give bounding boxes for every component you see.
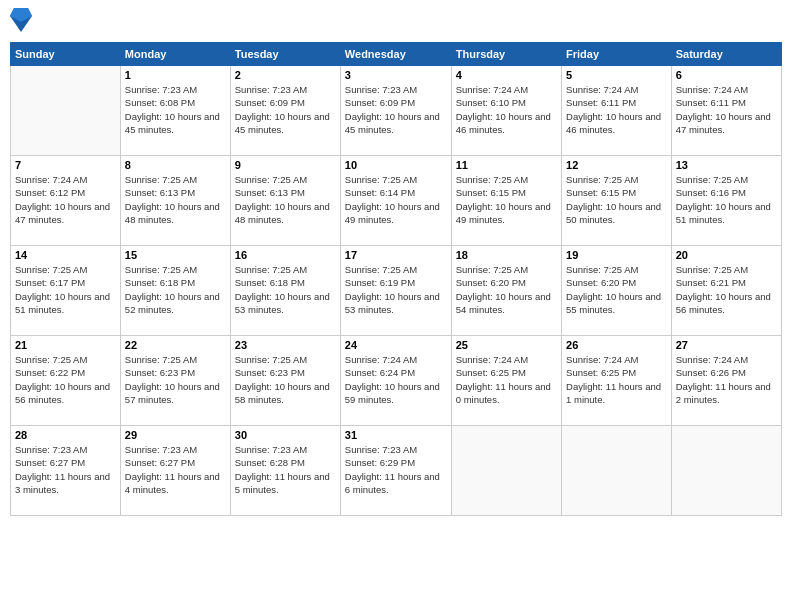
day-cell [671, 426, 781, 516]
day-info: Sunrise: 7:25 AMSunset: 6:23 PMDaylight:… [125, 353, 226, 406]
day-cell: 7Sunrise: 7:24 AMSunset: 6:12 PMDaylight… [11, 156, 121, 246]
day-cell: 20Sunrise: 7:25 AMSunset: 6:21 PMDayligh… [671, 246, 781, 336]
day-info: Sunrise: 7:24 AMSunset: 6:11 PMDaylight:… [566, 83, 667, 136]
logo [10, 10, 34, 34]
day-cell: 11Sunrise: 7:25 AMSunset: 6:15 PMDayligh… [451, 156, 561, 246]
day-number: 29 [125, 429, 226, 441]
day-info: Sunrise: 7:25 AMSunset: 6:20 PMDaylight:… [456, 263, 557, 316]
day-number: 10 [345, 159, 447, 171]
day-cell: 21Sunrise: 7:25 AMSunset: 6:22 PMDayligh… [11, 336, 121, 426]
day-number: 20 [676, 249, 777, 261]
col-header-monday: Monday [120, 43, 230, 66]
day-number: 4 [456, 69, 557, 81]
day-cell: 28Sunrise: 7:23 AMSunset: 6:27 PMDayligh… [11, 426, 121, 516]
day-cell: 19Sunrise: 7:25 AMSunset: 6:20 PMDayligh… [562, 246, 672, 336]
day-number: 12 [566, 159, 667, 171]
day-info: Sunrise: 7:25 AMSunset: 6:18 PMDaylight:… [235, 263, 336, 316]
day-cell: 15Sunrise: 7:25 AMSunset: 6:18 PMDayligh… [120, 246, 230, 336]
day-number: 18 [456, 249, 557, 261]
day-cell: 29Sunrise: 7:23 AMSunset: 6:27 PMDayligh… [120, 426, 230, 516]
day-cell: 25Sunrise: 7:24 AMSunset: 6:25 PMDayligh… [451, 336, 561, 426]
day-info: Sunrise: 7:25 AMSunset: 6:17 PMDaylight:… [15, 263, 116, 316]
day-info: Sunrise: 7:25 AMSunset: 6:14 PMDaylight:… [345, 173, 447, 226]
day-cell: 31Sunrise: 7:23 AMSunset: 6:29 PMDayligh… [340, 426, 451, 516]
day-number: 22 [125, 339, 226, 351]
page-container: SundayMondayTuesdayWednesdayThursdayFrid… [0, 0, 792, 612]
day-cell [11, 66, 121, 156]
day-cell: 30Sunrise: 7:23 AMSunset: 6:28 PMDayligh… [230, 426, 340, 516]
day-cell: 22Sunrise: 7:25 AMSunset: 6:23 PMDayligh… [120, 336, 230, 426]
day-info: Sunrise: 7:24 AMSunset: 6:12 PMDaylight:… [15, 173, 116, 226]
week-row-1: 1Sunrise: 7:23 AMSunset: 6:08 PMDaylight… [11, 66, 782, 156]
calendar-table: SundayMondayTuesdayWednesdayThursdayFrid… [10, 42, 782, 516]
day-number: 16 [235, 249, 336, 261]
col-header-saturday: Saturday [671, 43, 781, 66]
day-cell: 1Sunrise: 7:23 AMSunset: 6:08 PMDaylight… [120, 66, 230, 156]
day-number: 23 [235, 339, 336, 351]
day-number: 11 [456, 159, 557, 171]
day-cell: 10Sunrise: 7:25 AMSunset: 6:14 PMDayligh… [340, 156, 451, 246]
day-cell: 6Sunrise: 7:24 AMSunset: 6:11 PMDaylight… [671, 66, 781, 156]
day-cell: 18Sunrise: 7:25 AMSunset: 6:20 PMDayligh… [451, 246, 561, 336]
week-row-3: 14Sunrise: 7:25 AMSunset: 6:17 PMDayligh… [11, 246, 782, 336]
col-header-wednesday: Wednesday [340, 43, 451, 66]
day-number: 8 [125, 159, 226, 171]
day-info: Sunrise: 7:23 AMSunset: 6:09 PMDaylight:… [345, 83, 447, 136]
day-info: Sunrise: 7:23 AMSunset: 6:27 PMDaylight:… [125, 443, 226, 496]
col-header-sunday: Sunday [11, 43, 121, 66]
day-info: Sunrise: 7:24 AMSunset: 6:26 PMDaylight:… [676, 353, 777, 406]
week-row-4: 21Sunrise: 7:25 AMSunset: 6:22 PMDayligh… [11, 336, 782, 426]
day-cell: 5Sunrise: 7:24 AMSunset: 6:11 PMDaylight… [562, 66, 672, 156]
day-info: Sunrise: 7:25 AMSunset: 6:21 PMDaylight:… [676, 263, 777, 316]
day-info: Sunrise: 7:24 AMSunset: 6:25 PMDaylight:… [566, 353, 667, 406]
day-info: Sunrise: 7:25 AMSunset: 6:13 PMDaylight:… [235, 173, 336, 226]
logo-icon [10, 6, 32, 34]
day-cell: 17Sunrise: 7:25 AMSunset: 6:19 PMDayligh… [340, 246, 451, 336]
day-number: 3 [345, 69, 447, 81]
day-number: 27 [676, 339, 777, 351]
day-info: Sunrise: 7:24 AMSunset: 6:25 PMDaylight:… [456, 353, 557, 406]
col-header-friday: Friday [562, 43, 672, 66]
day-cell: 12Sunrise: 7:25 AMSunset: 6:15 PMDayligh… [562, 156, 672, 246]
day-info: Sunrise: 7:25 AMSunset: 6:23 PMDaylight:… [235, 353, 336, 406]
day-number: 7 [15, 159, 116, 171]
day-number: 9 [235, 159, 336, 171]
day-info: Sunrise: 7:25 AMSunset: 6:13 PMDaylight:… [125, 173, 226, 226]
day-info: Sunrise: 7:23 AMSunset: 6:09 PMDaylight:… [235, 83, 336, 136]
day-cell: 26Sunrise: 7:24 AMSunset: 6:25 PMDayligh… [562, 336, 672, 426]
day-cell: 24Sunrise: 7:24 AMSunset: 6:24 PMDayligh… [340, 336, 451, 426]
day-number: 5 [566, 69, 667, 81]
day-info: Sunrise: 7:25 AMSunset: 6:16 PMDaylight:… [676, 173, 777, 226]
day-info: Sunrise: 7:23 AMSunset: 6:27 PMDaylight:… [15, 443, 116, 496]
day-info: Sunrise: 7:25 AMSunset: 6:15 PMDaylight:… [566, 173, 667, 226]
day-number: 24 [345, 339, 447, 351]
day-number: 21 [15, 339, 116, 351]
day-info: Sunrise: 7:24 AMSunset: 6:24 PMDaylight:… [345, 353, 447, 406]
day-cell: 9Sunrise: 7:25 AMSunset: 6:13 PMDaylight… [230, 156, 340, 246]
day-info: Sunrise: 7:25 AMSunset: 6:15 PMDaylight:… [456, 173, 557, 226]
day-number: 17 [345, 249, 447, 261]
day-number: 25 [456, 339, 557, 351]
day-cell: 16Sunrise: 7:25 AMSunset: 6:18 PMDayligh… [230, 246, 340, 336]
day-number: 26 [566, 339, 667, 351]
day-cell: 27Sunrise: 7:24 AMSunset: 6:26 PMDayligh… [671, 336, 781, 426]
col-header-tuesday: Tuesday [230, 43, 340, 66]
day-info: Sunrise: 7:23 AMSunset: 6:28 PMDaylight:… [235, 443, 336, 496]
day-cell: 14Sunrise: 7:25 AMSunset: 6:17 PMDayligh… [11, 246, 121, 336]
header [10, 10, 782, 34]
day-info: Sunrise: 7:25 AMSunset: 6:18 PMDaylight:… [125, 263, 226, 316]
day-number: 30 [235, 429, 336, 441]
day-number: 31 [345, 429, 447, 441]
day-cell: 13Sunrise: 7:25 AMSunset: 6:16 PMDayligh… [671, 156, 781, 246]
day-info: Sunrise: 7:23 AMSunset: 6:08 PMDaylight:… [125, 83, 226, 136]
day-cell: 2Sunrise: 7:23 AMSunset: 6:09 PMDaylight… [230, 66, 340, 156]
day-number: 6 [676, 69, 777, 81]
day-cell: 8Sunrise: 7:25 AMSunset: 6:13 PMDaylight… [120, 156, 230, 246]
day-cell: 3Sunrise: 7:23 AMSunset: 6:09 PMDaylight… [340, 66, 451, 156]
day-info: Sunrise: 7:25 AMSunset: 6:19 PMDaylight:… [345, 263, 447, 316]
calendar-header-row: SundayMondayTuesdayWednesdayThursdayFrid… [11, 43, 782, 66]
day-number: 14 [15, 249, 116, 261]
day-number: 15 [125, 249, 226, 261]
day-info: Sunrise: 7:23 AMSunset: 6:29 PMDaylight:… [345, 443, 447, 496]
day-cell [451, 426, 561, 516]
